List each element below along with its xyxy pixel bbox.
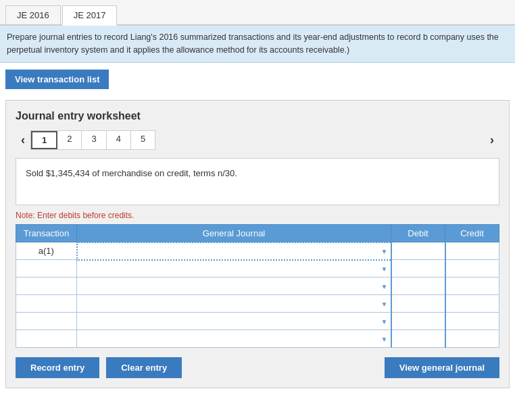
page-navigation: ‹ 1 2 3 4 5 › (16, 130, 499, 150)
credit-cell-5[interactable] (445, 313, 499, 330)
dropdown-arrow-icon: ▼ (381, 282, 388, 290)
credit-cell-2[interactable] (445, 260, 499, 278)
dropdown-arrow-icon: ▼ (381, 265, 388, 272)
table-row: ▼ (16, 278, 499, 295)
credit-cell-6[interactable] (445, 330, 499, 348)
journal-cell-3[interactable]: ▼ (77, 278, 391, 295)
transaction-cell-2 (16, 260, 77, 278)
table-row: ▼ (16, 260, 499, 278)
tab-je2016[interactable]: JE 2016 (5, 5, 61, 24)
note-text: Note: Enter debits before credits. (16, 211, 499, 220)
journal-cell-4[interactable]: ▼ (77, 295, 391, 313)
transaction-description: Sold $1,345,434 of merchandise on credit… (16, 158, 499, 205)
page-tab-5[interactable]: 5 (131, 131, 155, 149)
debit-cell-2[interactable] (391, 260, 445, 278)
debit-cell-6[interactable] (391, 330, 445, 348)
transaction-cell-1: a(1) (16, 242, 77, 260)
header-transaction: Transaction (16, 224, 77, 242)
journal-cell-5[interactable]: ▼ (77, 313, 391, 330)
page-tab-2[interactable]: 2 (57, 131, 82, 149)
debit-cell-5[interactable] (391, 313, 445, 330)
clear-entry-button[interactable]: Clear entry (106, 357, 182, 378)
page-tab-3[interactable]: 3 (82, 131, 106, 149)
tab-je2017[interactable]: JE 2017 (62, 5, 118, 26)
dropdown-arrow-icon: ▼ (381, 335, 388, 342)
header-debit: Debit (391, 224, 445, 242)
debit-cell-3[interactable] (391, 278, 445, 295)
worksheet-title: Journal entry worksheet (16, 110, 499, 122)
journal-table: Transaction General Journal Debit Credit… (16, 224, 499, 348)
journal-cell-2[interactable]: ▼ (77, 260, 391, 278)
record-entry-button[interactable]: Record entry (16, 357, 99, 378)
header-general-journal: General Journal (77, 224, 391, 242)
tab-bar: JE 2016 JE 2017 (0, 0, 515, 26)
transaction-cell-4 (16, 295, 77, 313)
table-row: a(1) ▼ (16, 242, 499, 260)
action-buttons: Record entry Clear entry View general jo… (16, 357, 499, 378)
journal-cell-6[interactable]: ▼ (77, 330, 391, 348)
journal-entry-worksheet: Journal entry worksheet ‹ 1 2 3 4 5 › So… (5, 100, 510, 389)
dropdown-arrow-icon: ▼ (381, 247, 388, 255)
transaction-cell-3 (16, 278, 77, 295)
debit-cell-1[interactable] (391, 242, 445, 260)
table-row: ▼ (16, 313, 499, 330)
view-transaction-button[interactable]: View transaction list (5, 70, 109, 89)
page-tab-4[interactable]: 4 (107, 131, 131, 149)
transaction-cell-5 (16, 313, 77, 330)
page-tabs: 1 2 3 4 5 (30, 130, 155, 150)
prev-page-button[interactable]: ‹ (16, 132, 30, 149)
dropdown-arrow-icon: ▼ (381, 300, 388, 307)
transaction-cell-6 (16, 330, 77, 348)
debit-cell-4[interactable] (391, 295, 445, 313)
journal-cell-1[interactable]: ▼ (77, 242, 391, 260)
table-row: ▼ (16, 295, 499, 313)
header-credit: Credit (445, 224, 499, 242)
next-page-button[interactable]: › (485, 132, 499, 149)
table-row: ▼ (16, 330, 499, 348)
page-tab-1[interactable]: 1 (31, 131, 57, 149)
credit-cell-3[interactable] (445, 278, 499, 295)
credit-cell-4[interactable] (445, 295, 499, 313)
description-text: Prepare journal entries to record Liang'… (0, 26, 515, 63)
view-general-journal-button[interactable]: View general journal (385, 357, 499, 378)
dropdown-arrow-icon: ▼ (381, 317, 388, 325)
credit-cell-1[interactable] (445, 242, 499, 260)
